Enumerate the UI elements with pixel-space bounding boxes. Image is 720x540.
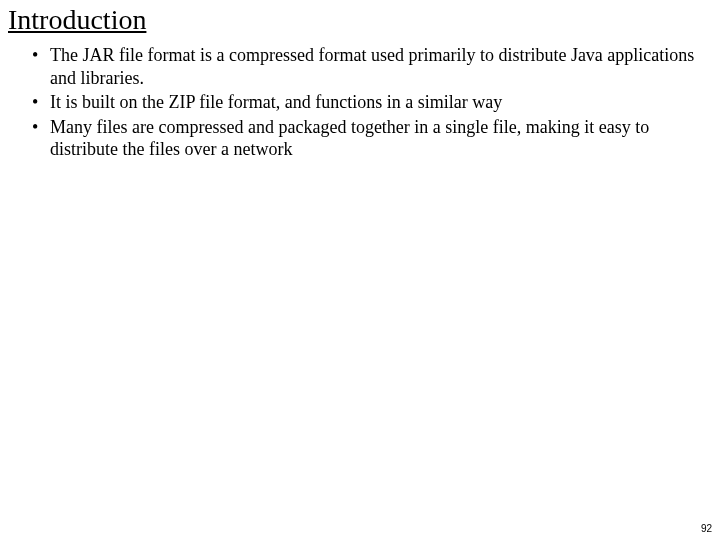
bullet-list: The JAR file format is a compressed form… bbox=[18, 44, 702, 161]
page-number: 92 bbox=[701, 523, 712, 534]
slide-title: Introduction bbox=[8, 4, 712, 36]
bullet-item: Many files are compressed and packaged t… bbox=[36, 116, 702, 161]
bullet-item: It is built on the ZIP file format, and … bbox=[36, 91, 702, 114]
slide-container: Introduction The JAR file format is a co… bbox=[0, 0, 720, 540]
bullet-item: The JAR file format is a compressed form… bbox=[36, 44, 702, 89]
slide-content: The JAR file format is a compressed form… bbox=[8, 44, 712, 161]
